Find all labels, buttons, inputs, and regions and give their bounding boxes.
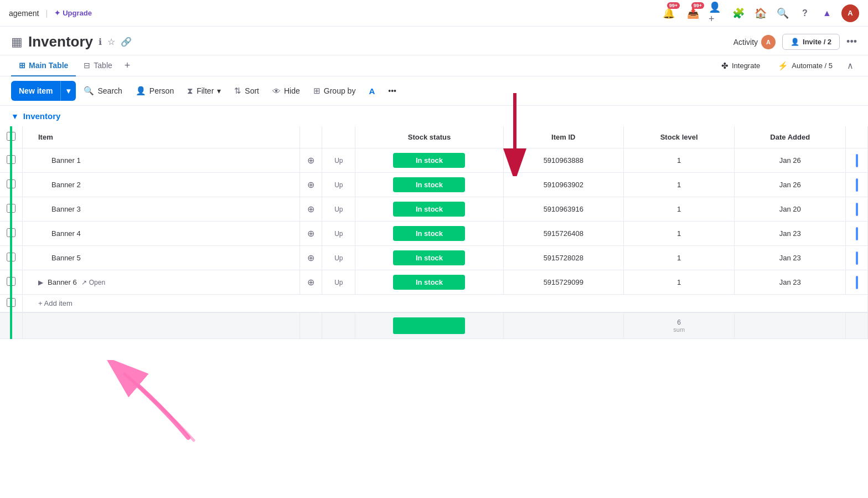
row-checkbox-cell: [0, 148, 23, 173]
sub-cell: Up: [322, 197, 355, 222]
add-user-icon: 👤+: [709, 1, 724, 25]
templates-button[interactable]: 🏠: [753, 6, 768, 21]
item-name: Banner 3: [51, 205, 81, 213]
collapse-button[interactable]: ∧: [844, 57, 857, 74]
item-name-cell: Banner 3: [23, 197, 300, 222]
activity-label: Activity: [733, 38, 758, 47]
filter-button[interactable]: ⧗ Filter ▾: [182, 83, 226, 99]
invite-button[interactable]: 👤 Invite / 2: [782, 34, 840, 50]
add-row-icon[interactable]: ⊕: [307, 204, 314, 214]
apps-button[interactable]: 🧩: [731, 6, 746, 21]
open-button[interactable]: ↗Open: [81, 279, 105, 286]
scroll-indicator-cell: [846, 222, 868, 246]
item-name: Banner 2: [51, 181, 81, 189]
app-icon: A: [369, 86, 375, 96]
row-checkbox[interactable]: [7, 179, 16, 188]
toolbar: New item ▾ 🔍 Search 👤 Person ⧗ Filter ▾ …: [0, 76, 868, 106]
avatar-initials: A: [848, 9, 852, 17]
summary-stock-level: 6 sum: [631, 319, 728, 333]
item-name-cell: Banner 1: [23, 148, 300, 173]
row-checkbox[interactable]: [7, 155, 16, 164]
add-icon-cell: ⊕: [300, 173, 322, 197]
star-icon[interactable]: ☆: [107, 37, 115, 47]
sort-button[interactable]: ⇅ Sort: [229, 83, 265, 99]
item-name-cell: Banner 2: [23, 173, 300, 197]
action-buttons: ✤ Integrate ⚡ Automate / 5 ∧: [715, 57, 857, 74]
add-icon-cell: ⊕: [300, 222, 322, 246]
item-id-cell: 5910963902: [503, 173, 623, 197]
page-header-right: Activity A 👤 Invite / 2 •••: [733, 34, 857, 50]
row-checkbox-cell: [0, 246, 23, 270]
tab-main-table[interactable]: ⊞ Main Table: [11, 55, 76, 76]
item-name-cell: Banner 4: [23, 222, 300, 246]
summary-id-cell: [503, 312, 623, 339]
avatar[interactable]: A: [841, 4, 859, 22]
sub-cell: Up: [322, 246, 355, 270]
scroll-indicator-cell: [846, 197, 868, 222]
more-options-button[interactable]: •••: [846, 36, 857, 48]
person-button[interactable]: 👤 Person: [130, 83, 179, 99]
table-header-row: Item Stock status Item ID Stock level Da…: [0, 126, 868, 148]
more-toolbar-button[interactable]: •••: [383, 83, 402, 99]
search-icon: 🔍: [777, 7, 789, 19]
search-button[interactable]: 🔍: [775, 6, 790, 21]
new-item-dropdown[interactable]: ▾: [60, 81, 76, 101]
automate-button[interactable]: ⚡ Automate / 5: [771, 58, 839, 74]
add-view-button[interactable]: +: [120, 55, 135, 76]
new-item-button[interactable]: New item ▾: [11, 81, 76, 101]
activity-avatar: A: [761, 35, 776, 49]
group-by-icon: ⊞: [313, 86, 321, 96]
sub-cell: Up: [322, 222, 355, 246]
add-row-icon[interactable]: ⊕: [307, 229, 314, 238]
date-added-cell: Jan 23: [735, 270, 846, 295]
row-checkbox[interactable]: [7, 253, 16, 261]
add-item-row[interactable]: + Add item: [0, 295, 868, 313]
sub-cell: Up: [322, 270, 355, 295]
link-icon[interactable]: 🔗: [121, 37, 132, 47]
tab-table-label: Table: [94, 61, 112, 70]
integrate-button[interactable]: ✤ Integrate: [715, 58, 767, 74]
monday-logo-button[interactable]: ▲: [819, 6, 835, 21]
add-row-icon[interactable]: ⊕: [307, 253, 314, 263]
hide-button[interactable]: 👁 Hide: [267, 83, 306, 99]
person-icon: 👤: [136, 86, 146, 96]
activity-button[interactable]: Activity A: [733, 35, 776, 49]
select-all-checkbox[interactable]: [7, 132, 16, 141]
row-expand-icon[interactable]: ▶: [38, 279, 43, 286]
search-toolbar-icon: 🔍: [84, 86, 94, 96]
row-checkbox[interactable]: [7, 204, 16, 213]
app-icon-button[interactable]: A: [363, 83, 380, 99]
table-row: Banner 4 ⊕ Up In stock 5915726408 1 Jan …: [0, 222, 868, 246]
group-chevron-icon[interactable]: ▼: [11, 112, 19, 121]
notifications-button[interactable]: 🔔 99+: [660, 4, 678, 22]
stock-status-cell: In stock: [355, 197, 503, 222]
add-row-icon[interactable]: ⊕: [307, 180, 314, 189]
add-item-checkbox[interactable]: [7, 298, 16, 307]
add-user-button[interactable]: 👤+: [709, 6, 724, 21]
add-item-checkbox-cell: [0, 295, 23, 313]
add-item-label[interactable]: + Add item: [23, 295, 868, 313]
date-added-cell: Jan 20: [735, 197, 846, 222]
row-checkbox[interactable]: [7, 228, 16, 237]
extra-header: [846, 126, 868, 148]
info-icon[interactable]: ℹ: [99, 37, 102, 47]
help-button[interactable]: ?: [797, 6, 813, 21]
new-item-label[interactable]: New item: [11, 81, 60, 101]
tab-table[interactable]: ⊟ Table: [76, 55, 120, 76]
stock-status-badge: In stock: [393, 275, 465, 290]
search-toolbar-button[interactable]: 🔍 Search: [78, 83, 127, 99]
item-name-cell: ▶ Banner 6 ↗Open: [23, 270, 300, 295]
upgrade-button[interactable]: ✦ Upgrade: [54, 9, 92, 17]
stock-level-cell: 1: [623, 148, 735, 173]
add-icon-cell: ⊕: [300, 148, 322, 173]
apps-icon: 🧩: [732, 7, 745, 19]
add-row-icon[interactable]: ⊕: [307, 156, 314, 165]
inbox-button[interactable]: 📥 99+: [684, 4, 702, 22]
row-checkbox[interactable]: [7, 277, 16, 286]
inventory-table: Item Stock status Item ID Stock level Da…: [0, 126, 868, 339]
summary-stock-cell: 6 sum: [623, 312, 735, 339]
stock-status-badge: In stock: [393, 177, 465, 192]
group-by-button[interactable]: ⊞ Group by: [308, 83, 361, 99]
summary-row: 6 sum: [0, 312, 868, 339]
add-row-icon[interactable]: ⊕: [307, 278, 314, 287]
